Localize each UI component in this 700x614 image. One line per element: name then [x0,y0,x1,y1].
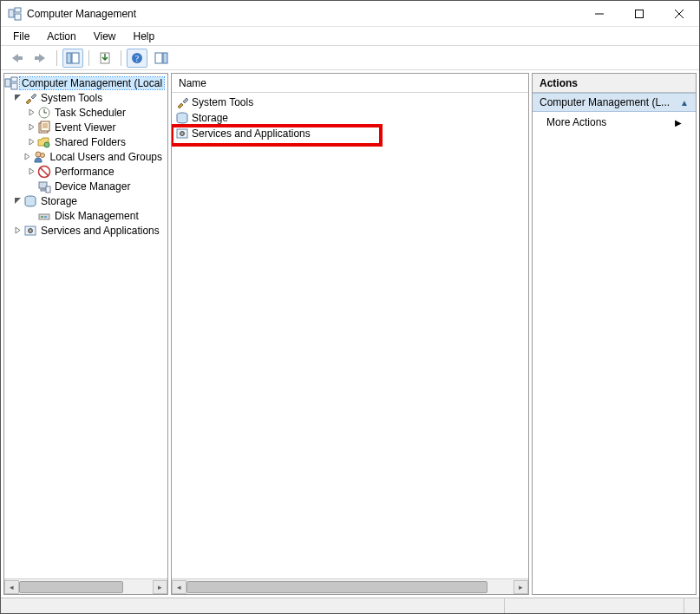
list-item-system-tools[interactable]: System Tools [172,95,528,110]
users-icon [33,150,47,164]
tree-node-system-tools[interactable]: System Tools [4,90,167,105]
list-column-header-name[interactable]: Name [172,74,528,93]
svg-rect-7 [18,56,23,60]
svg-rect-18 [11,83,17,89]
export-list-button[interactable] [95,49,115,68]
list-item-label: Services and Applications [192,127,311,140]
toolbar-separator [56,50,57,66]
no-expand-icon [25,210,37,222]
svg-rect-4 [636,10,644,17]
actions-item-label: More Actions [546,116,606,128]
tree-node-performance[interactable]: Performance [4,164,167,179]
titlebar[interactable]: Computer Management [1,1,699,27]
toolbar: ? [1,46,699,70]
tree-node-computer-management[interactable]: Computer Management (Local [4,75,167,90]
expand-icon[interactable] [25,121,37,134]
list-item-label: System Tools [192,96,253,108]
actions-pane: Actions Computer Management (L... ▲ More… [532,73,697,595]
tree-node-storage[interactable]: Storage [4,193,167,208]
forward-button[interactable] [30,49,51,68]
menu-help[interactable]: Help [127,29,162,44]
expand-icon[interactable] [11,225,23,237]
menu-action[interactable]: Action [40,29,82,44]
tree-node-device-manager[interactable]: Device Manager [4,179,167,193]
tree-node-shared-folders[interactable]: Shared Folders [4,134,167,149]
services-applications-icon [175,127,189,140]
toolbar-separator [121,50,121,66]
scroll-left-icon[interactable]: ◂ [172,580,186,594]
tree-node-label: Computer Management (Local [20,77,164,89]
svg-rect-17 [11,77,17,82]
maximize-button[interactable] [619,1,659,27]
list-item-storage[interactable]: Storage [172,110,528,126]
expand-icon[interactable] [23,151,33,163]
menubar: File Action View Help [1,27,699,46]
tree-node-label: Event Viewer [53,121,117,134]
toolbar-separator [88,50,89,66]
svg-rect-0 [9,10,14,17]
svg-rect-37 [41,216,43,218]
storage-icon [175,111,189,125]
back-button[interactable] [6,49,27,68]
tree-node-services-applications[interactable]: Services and Applications [4,223,167,238]
list-body[interactable]: System Tools Storage Services and Applic… [172,93,528,578]
svg-rect-16 [5,79,10,87]
actions-section-computer-management[interactable]: Computer Management (L... ▲ [533,93,696,112]
svg-point-28 [36,152,41,157]
collapse-icon[interactable] [11,195,23,207]
tree-node-label: Device Manager [53,180,132,193]
svg-rect-2 [15,14,21,20]
expand-icon[interactable] [25,136,37,148]
svg-point-29 [40,153,44,157]
no-expand-icon [25,180,37,193]
menu-view[interactable]: View [87,29,123,44]
collapse-icon[interactable] [11,92,23,104]
svg-rect-9 [67,53,71,63]
tree-node-disk-management[interactable]: Disk Management [4,208,167,223]
scroll-left-icon[interactable]: ◂ [4,580,19,594]
expand-icon[interactable] [25,166,37,178]
svg-rect-33 [41,189,45,191]
svg-rect-8 [35,56,39,60]
event-viewer-icon [37,121,51,134]
svg-text:?: ? [135,54,140,63]
computer-management-icon [4,76,18,90]
tree-node-label: Local Users and Groups [49,151,164,163]
device-manager-icon [37,180,51,193]
svg-rect-14 [155,53,162,63]
storage-icon [23,194,37,208]
menu-file[interactable]: File [6,29,36,44]
scroll-right-icon[interactable]: ▸ [514,580,528,594]
list-horizontal-scrollbar[interactable]: ◂ ▸ [172,578,528,594]
list-item-services-applications[interactable]: Services and Applications [172,126,528,141]
disk-management-icon [37,209,51,223]
tree-node-label: Performance [53,166,116,178]
statusbar [1,598,699,613]
expand-icon[interactable] [25,107,37,119]
navigation-tree[interactable]: Computer Management (Local System Tools [4,74,167,578]
tree-node-event-viewer[interactable]: Event Viewer [4,120,167,134]
svg-point-45 [181,133,183,134]
tree-pane: Computer Management (Local System Tools [3,73,168,595]
chevron-up-icon: ▲ [680,98,689,108]
svg-point-41 [29,230,31,232]
svg-rect-10 [72,53,79,63]
close-button[interactable] [659,1,699,27]
scroll-right-icon[interactable]: ▸ [153,580,167,594]
show-hide-tree-button[interactable] [62,49,83,68]
show-hide-action-pane-button[interactable] [151,49,172,68]
svg-rect-38 [44,216,47,218]
tree-node-task-scheduler[interactable]: Task Scheduler [4,105,167,120]
performance-icon [37,165,51,179]
tree-node-label: Services and Applications [39,225,161,237]
services-applications-icon [23,224,37,238]
tree-node-label: Disk Management [53,210,141,222]
help-button[interactable]: ? [127,49,147,68]
tree-node-label: Shared Folders [53,136,128,148]
actions-item-more-actions[interactable]: More Actions ▶ [533,112,696,133]
minimize-button[interactable] [579,1,619,27]
main-area: Computer Management (Local System Tools [1,70,699,598]
app-icon [8,7,22,21]
tree-node-local-users-groups[interactable]: Local Users and Groups [4,149,167,164]
tree-horizontal-scrollbar[interactable]: ◂ ▸ [4,578,167,594]
